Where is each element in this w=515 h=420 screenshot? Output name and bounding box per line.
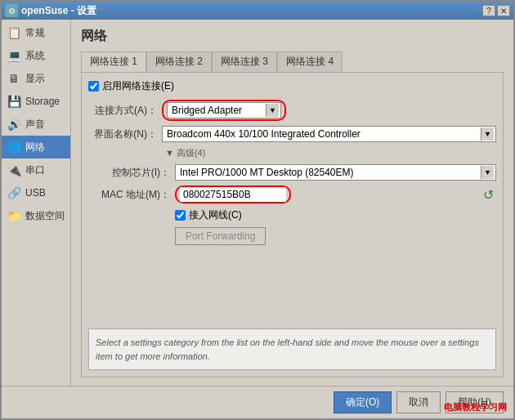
tab-network-2[interactable]: 网络连接 2: [146, 51, 212, 72]
sidebar-item-system[interactable]: 💻 系统: [2, 44, 70, 67]
tab-bar: 网络连接 1 网络连接 2 网络连接 3 网络连接 4: [81, 51, 504, 72]
cancel-button[interactable]: 取消: [396, 391, 441, 413]
connection-type-highlight: Bridged Adapter ▼: [162, 100, 286, 121]
sidebar-label-display: 显示: [25, 72, 45, 86]
sidebar-item-audio[interactable]: 🔊 声音: [2, 113, 70, 136]
enable-network-checkbox[interactable]: [88, 81, 99, 92]
port-fwd-row: Port Forwarding: [101, 227, 496, 245]
mac-label: MAC 地址(M)：: [101, 188, 175, 202]
tab-network-1[interactable]: 网络连接 1: [81, 51, 146, 72]
sidebar-item-network[interactable]: 🌐 网络: [2, 136, 70, 159]
page-title: 网络: [81, 28, 504, 45]
sidebar-item-sharedfolders[interactable]: 📁 数据空间: [2, 204, 70, 227]
serial-icon: 🔌: [7, 163, 21, 177]
enable-network-row: 启用网络连接(E): [88, 79, 496, 93]
controller-arrow[interactable]: ▼: [481, 166, 494, 179]
audio-icon: 🔊: [7, 117, 21, 132]
main-panel: 网络 网络连接 1 网络连接 2 网络连接 3 网络连接 4 启用网络连接(E)…: [71, 20, 513, 386]
network-icon: 🌐: [7, 140, 21, 154]
controller-row: 控制芯片(I)： Intel PRO/1000 MT Desktop (8254…: [101, 164, 496, 181]
titlebar-buttons: ? ✕: [482, 5, 510, 16]
connection-type-label: 连接方式(A)：: [88, 104, 162, 118]
sidebar: 📋 常规 💻 系统 🖥 显示 💾 Storage 🔊 声音 🌐 网络: [2, 20, 71, 386]
sidebar-label-general: 常规: [25, 26, 45, 40]
interface-name-arrow[interactable]: ▼: [481, 127, 494, 141]
system-icon: 💻: [7, 48, 21, 63]
sidebar-label-sharedfolders: 数据空间: [25, 209, 65, 223]
sidebar-label-system: 系统: [25, 49, 45, 63]
sidebar-item-usb[interactable]: 🔗 USB: [2, 181, 70, 204]
sidebar-label-storage: Storage: [25, 96, 60, 107]
sidebar-label-audio: 声音: [25, 118, 45, 132]
titlebar: ⚙ openSuse - 设置 ? ✕: [2, 2, 513, 20]
connection-type-arrow[interactable]: ▼: [266, 104, 279, 117]
sidebar-label-usb: USB: [25, 187, 46, 199]
cable-label: 接入网线(C): [189, 208, 242, 222]
advanced-toggle[interactable]: ▼ 高级(4): [165, 147, 205, 159]
enable-network-label: 启用网络连接(E): [102, 79, 174, 93]
advanced-row: ▼ 高级(4): [88, 147, 496, 159]
cable-row: 接入网线(C): [101, 208, 496, 222]
mac-input[interactable]: [180, 187, 286, 202]
sidebar-label-serial: 串口: [25, 163, 45, 177]
sidebar-item-serial[interactable]: 🔌 串口: [2, 159, 70, 181]
controller-label: 控制芯片(I)：: [101, 166, 175, 180]
tab-content: 启用网络连接(E) 连接方式(A)： Bridged Adapter ▼: [81, 72, 504, 378]
sidebar-label-network: 网络: [25, 141, 45, 154]
watermark: 电脑教程学习网: [444, 401, 507, 413]
interface-name-combo[interactable]: Broadcom 440x 10/100 Integrated Controll…: [162, 126, 496, 142]
storage-icon: 💾: [7, 94, 21, 109]
interface-name-label: 界面名称(N)：: [88, 127, 162, 141]
sidebar-item-storage[interactable]: 💾 Storage: [2, 90, 70, 113]
connection-type-combo[interactable]: Bridged Adapter ▼: [167, 102, 281, 118]
general-icon: 📋: [7, 25, 21, 40]
close-button[interactable]: ✕: [497, 5, 510, 16]
mac-row: MAC 地址(M)： ↺: [101, 185, 496, 203]
interface-name-value: Broadcom 440x 10/100 Integrated Controll…: [164, 127, 481, 141]
mac-refresh-button[interactable]: ↺: [480, 186, 496, 203]
tab-network-4[interactable]: 网络连接 4: [277, 51, 343, 72]
connection-type-value: Bridged Adapter: [169, 104, 266, 117]
usb-icon: 🔗: [7, 185, 21, 200]
info-box: Select a settings category from the list…: [88, 328, 496, 370]
footer: 确定(O) 取消 帮助(H): [2, 386, 513, 418]
sidebar-item-display[interactable]: 🖥 显示: [2, 67, 70, 90]
tab-network-3[interactable]: 网络连接 3: [212, 51, 277, 72]
port-forwarding-button[interactable]: Port Forwarding: [175, 227, 266, 245]
cable-checkbox[interactable]: [175, 210, 186, 221]
interface-name-row: 界面名称(N)： Broadcom 440x 10/100 Integrated…: [88, 126, 496, 142]
mac-highlight: [175, 185, 291, 203]
sidebar-item-general[interactable]: 📋 常规: [2, 21, 70, 44]
help-titlebar-button[interactable]: ?: [482, 5, 495, 16]
window-title: openSuse - 设置: [21, 4, 96, 18]
connection-type-row: 连接方式(A)： Bridged Adapter ▼: [88, 100, 496, 121]
display-icon: 🖥: [7, 71, 21, 86]
app-icon: ⚙: [5, 4, 18, 17]
confirm-button[interactable]: 确定(O): [334, 391, 392, 413]
sharedfolders-icon: 📁: [7, 208, 21, 223]
controller-value: Intel PRO/1000 MT Desktop (82540EM): [177, 166, 481, 179]
controller-combo[interactable]: Intel PRO/1000 MT Desktop (82540EM) ▼: [175, 164, 496, 181]
